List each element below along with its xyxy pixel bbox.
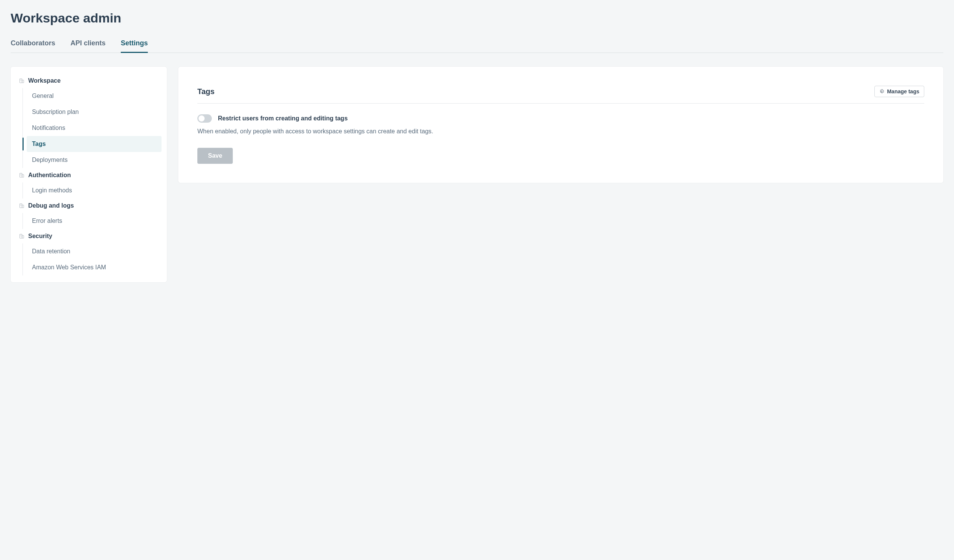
svg-rect-18 xyxy=(20,234,22,238)
sidebar-section-label: Security xyxy=(28,233,52,240)
svg-rect-19 xyxy=(22,235,24,238)
tab-api-clients[interactable]: API clients xyxy=(70,39,106,53)
sidebar-section-debug-and-logs: Debug and logs xyxy=(16,198,162,213)
gear-icon xyxy=(879,89,884,94)
svg-rect-13 xyxy=(22,205,24,208)
save-button[interactable]: Save xyxy=(197,148,233,164)
svg-rect-21 xyxy=(21,235,21,235)
tags-settings-panel: Tags Manage tags Restrict users from cre… xyxy=(178,67,943,183)
manage-tags-button-label: Manage tags xyxy=(887,88,919,94)
svg-rect-15 xyxy=(21,205,21,205)
tab-settings[interactable]: Settings xyxy=(121,39,148,53)
restrict-tags-toggle-label: Restrict users from creating and editing… xyxy=(218,115,348,122)
sidebar-item-subscription-plan[interactable]: Subscription plan xyxy=(27,104,162,120)
toggle-knob xyxy=(198,115,205,122)
svg-rect-1 xyxy=(22,80,24,83)
sidebar-item-deployments[interactable]: Deployments xyxy=(27,152,162,168)
tabs-bar: Collaborators API clients Settings xyxy=(11,39,943,53)
sidebar-item-login-methods[interactable]: Login methods xyxy=(27,182,162,198)
restrict-tags-description: When enabled, only people with access to… xyxy=(197,128,924,135)
svg-rect-9 xyxy=(21,174,21,174)
svg-rect-11 xyxy=(21,175,21,175)
sidebar-item-error-alerts[interactable]: Error alerts xyxy=(27,213,162,229)
page-title: Workspace admin xyxy=(11,11,943,26)
sidebar-section-label: Authentication xyxy=(28,172,71,179)
building-icon xyxy=(19,203,24,208)
svg-rect-16 xyxy=(21,205,21,206)
sidebar-item-general[interactable]: General xyxy=(27,88,162,104)
building-icon xyxy=(19,173,24,178)
sidebar-item-data-retention[interactable]: Data retention xyxy=(27,243,162,259)
svg-rect-12 xyxy=(20,204,22,208)
svg-rect-10 xyxy=(21,175,21,175)
svg-rect-2 xyxy=(21,80,21,80)
sidebar-section-security: Security xyxy=(16,229,162,243)
tab-collaborators[interactable]: Collaborators xyxy=(11,39,55,53)
svg-rect-8 xyxy=(21,174,21,174)
svg-rect-4 xyxy=(21,80,21,81)
svg-rect-20 xyxy=(21,235,21,235)
svg-rect-6 xyxy=(20,173,22,178)
svg-rect-17 xyxy=(21,205,21,206)
svg-rect-5 xyxy=(21,80,21,81)
panel-title: Tags xyxy=(197,87,214,96)
sidebar-item-tags[interactable]: Tags xyxy=(27,136,162,152)
sidebar-section-label: Debug and logs xyxy=(28,202,74,209)
building-icon xyxy=(19,78,24,83)
svg-rect-7 xyxy=(22,174,24,177)
restrict-tags-toggle[interactable] xyxy=(197,114,212,123)
svg-rect-23 xyxy=(21,236,21,236)
manage-tags-button[interactable]: Manage tags xyxy=(874,86,924,97)
svg-rect-0 xyxy=(20,79,22,83)
building-icon xyxy=(19,234,24,239)
sidebar-section-label: Workspace xyxy=(28,77,61,84)
settings-sidebar: Workspace General Subscription plan Noti… xyxy=(11,67,167,282)
svg-rect-14 xyxy=(21,205,21,205)
sidebar-item-notifications[interactable]: Notifications xyxy=(27,120,162,136)
sidebar-section-workspace: Workspace xyxy=(16,74,162,88)
sidebar-item-aws-iam[interactable]: Amazon Web Services IAM xyxy=(27,259,162,275)
sidebar-section-authentication: Authentication xyxy=(16,168,162,182)
svg-rect-3 xyxy=(21,80,21,80)
svg-rect-22 xyxy=(21,236,21,236)
